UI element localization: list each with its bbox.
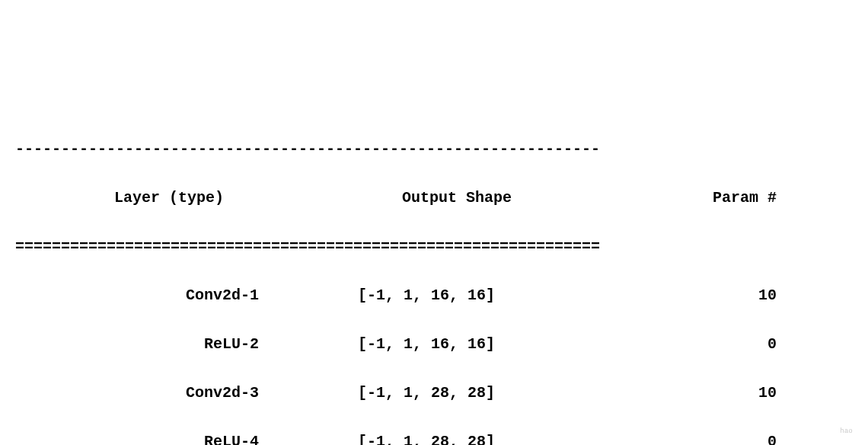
- cell-param: 10: [579, 381, 792, 405]
- col-header-layer: Layer (type): [15, 186, 274, 210]
- table-row: ReLU-4[-1, 1, 28, 28]0: [15, 430, 853, 445]
- cell-shape: [-1, 1, 28, 28]: [274, 381, 579, 405]
- cell-shape: [-1, 1, 28, 28]: [274, 430, 579, 445]
- cell-layer: Conv2d-1: [15, 283, 274, 308]
- table-row: Conv2d-1[-1, 1, 16, 16]10: [15, 283, 853, 308]
- cell-layer: Conv2d-3: [15, 381, 274, 405]
- cell-param: 0: [579, 430, 792, 445]
- model-summary-output: ----------------------------------------…: [15, 113, 853, 445]
- divider-header: ========================================…: [15, 235, 853, 259]
- cell-param: 10: [579, 283, 792, 308]
- table-header-row: Layer (type)Output ShapeParam #: [15, 186, 853, 210]
- table-row: Conv2d-3[-1, 1, 28, 28]10: [15, 381, 853, 405]
- cell-layer: ReLU-4: [15, 430, 274, 445]
- cell-layer: ReLU-2: [15, 332, 274, 357]
- col-header-param: Param #: [579, 186, 792, 210]
- watermark-text: hao: [840, 425, 853, 436]
- table-row: ReLU-2[-1, 1, 16, 16]0: [15, 332, 853, 357]
- cell-shape: [-1, 1, 16, 16]: [274, 283, 579, 308]
- divider-top: ----------------------------------------…: [15, 137, 853, 162]
- col-header-shape: Output Shape: [274, 186, 579, 210]
- cell-shape: [-1, 1, 16, 16]: [274, 332, 579, 357]
- cell-param: 0: [579, 332, 792, 357]
